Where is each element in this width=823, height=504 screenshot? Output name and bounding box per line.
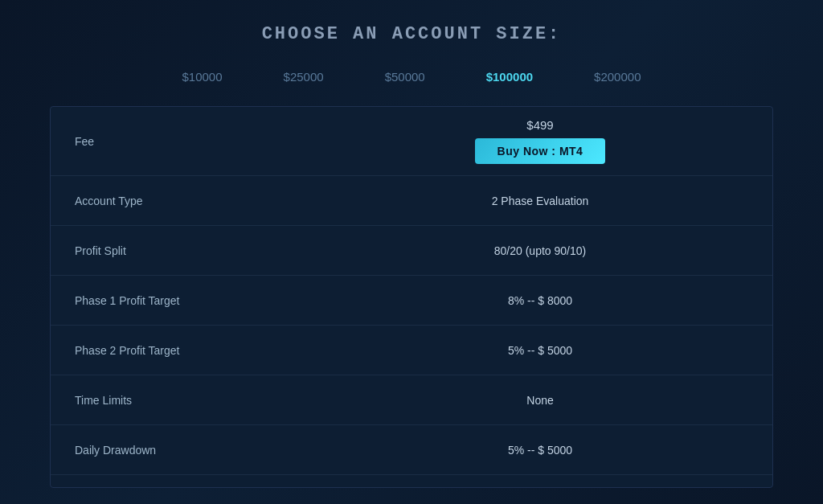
row-label-maximum-drawdown: Maximum Drawdown: [51, 482, 308, 488]
account-size-option-200000[interactable]: $200000: [588, 67, 647, 87]
row-label-phase1-profit-target: Phase 1 Profit Target: [51, 283, 308, 318]
row-label-fee: Fee: [51, 124, 308, 159]
account-sizes-bar: $10000$25000$50000$100000$200000: [176, 67, 648, 87]
comparison-table: Fee$499Buy Now : MT4Account Type2 Phase …: [50, 106, 773, 488]
row-label-time-limits: Time Limits: [51, 383, 308, 418]
table-row-profit-split: Profit Split80/20 (upto 90/10): [51, 226, 772, 276]
row-value-fee: $499Buy Now : MT4: [308, 107, 772, 175]
row-value-account-type: 2 Phase Evaluation: [308, 183, 772, 219]
table-row-maximum-drawdown: Maximum Drawdown10% -- $ 10000: [51, 475, 772, 488]
table-row-phase1-profit-target: Phase 1 Profit Target8% -- $ 8000: [51, 276, 772, 326]
table-row-time-limits: Time LimitsNone: [51, 375, 772, 425]
account-size-option-50000[interactable]: $50000: [379, 67, 432, 87]
row-value-time-limits: None: [308, 383, 772, 418]
account-size-option-25000[interactable]: $25000: [277, 67, 330, 87]
row-label-profit-split: Profit Split: [51, 233, 308, 268]
page-title: Choose An Account Size:: [262, 24, 562, 44]
row-label-account-type: Account Type: [51, 183, 308, 219]
page-wrapper: Choose An Account Size: $10000$25000$500…: [0, 0, 823, 504]
row-label-daily-drawdown: Daily Drawdown: [51, 432, 308, 468]
fee-amount: $499: [526, 118, 553, 132]
row-value-profit-split: 80/20 (upto 90/10): [308, 233, 772, 268]
table-row-daily-drawdown: Daily Drawdown5% -- $ 5000: [51, 425, 772, 475]
row-value-maximum-drawdown: 10% -- $ 10000: [308, 482, 772, 488]
row-value-phase1-profit-target: 8% -- $ 8000: [308, 283, 772, 318]
table-row-phase2-profit-target: Phase 2 Profit Target5% -- $ 5000: [51, 326, 772, 375]
row-value-phase2-profit-target: 5% -- $ 5000: [308, 333, 772, 368]
table-row-account-type: Account Type2 Phase Evaluation: [51, 176, 772, 226]
table-row-fee: Fee$499Buy Now : MT4: [51, 107, 772, 176]
row-value-daily-drawdown: 5% -- $ 5000: [308, 432, 772, 468]
account-size-option-10000[interactable]: $10000: [176, 67, 229, 87]
account-size-option-100000[interactable]: $100000: [480, 67, 539, 87]
row-label-phase2-profit-target: Phase 2 Profit Target: [51, 333, 308, 368]
buy-now-button[interactable]: Buy Now : MT4: [475, 138, 606, 164]
